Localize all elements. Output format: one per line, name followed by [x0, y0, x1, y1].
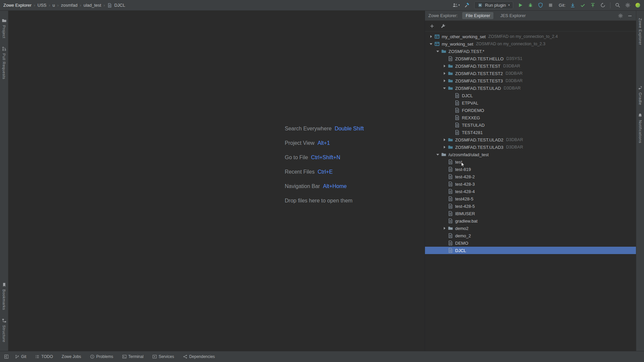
status-item-todo[interactable]: TODO	[35, 354, 53, 359]
plus-icon[interactable]	[429, 23, 435, 29]
run-button[interactable]	[518, 2, 523, 8]
tree-item-zosmfad-test-test[interactable]: ZOSMFAD.TEST.TESTD3DBAR	[425, 62, 636, 70]
hammer-icon	[464, 2, 470, 8]
chevron-down-icon[interactable]	[428, 41, 434, 47]
push-button[interactable]	[590, 2, 596, 8]
tree-item-fordemo[interactable]: FORDEMO	[425, 107, 636, 114]
chevron-down-icon: ▾	[459, 4, 460, 7]
tree-item-test-819[interactable]: test-819	[425, 166, 636, 173]
history-button[interactable]	[600, 2, 606, 8]
chevron-right-icon[interactable]	[442, 226, 447, 231]
tree-item-label: ZOSMFAD.TEST.*	[448, 49, 484, 54]
tab-file-explorer[interactable]: File Explorer	[462, 12, 493, 19]
breadcrumb-item[interactable]: Zowe Explorer	[3, 3, 32, 8]
status-item-zowe-jobs[interactable]: Zowe Jobs	[62, 354, 81, 359]
gear-icon[interactable]	[618, 13, 623, 18]
tree-item-label: ZOSMFAD.TEST.ULAD3	[455, 145, 503, 150]
tree-item-secondary: D3DBAR	[506, 145, 523, 149]
settings-button[interactable]	[625, 2, 631, 8]
tree-item-zosmfad-test-ulad[interactable]: ZOSMFAD.TEST.ULADD3DBAR	[425, 84, 636, 92]
tab-jes-explorer[interactable]: JES Explorer	[497, 12, 529, 19]
shortcut-hint-row: Go to FileCtrl+Shift+N	[285, 150, 364, 165]
tree-item-ibmuser[interactable]: IBMUSER	[425, 210, 636, 217]
hammer-button[interactable]	[464, 2, 470, 8]
tree-item-test-428-5[interactable]: test-428-5	[425, 202, 636, 210]
tool-button-structure[interactable]: Structure	[2, 318, 7, 342]
tree-item-secondary: ZOSMFAD on my_connection_to_2.3	[476, 42, 545, 46]
dependencies-icon	[183, 354, 187, 359]
plugin-icon	[478, 3, 483, 8]
status-item-label: Services	[159, 354, 174, 359]
tree-item-zosmfad-test[interactable]: ZOSMFAD.TEST.*	[425, 48, 636, 55]
chevron-right-icon[interactable]	[442, 78, 447, 83]
chevron-right-icon[interactable]	[442, 71, 447, 76]
tree-item-demo2[interactable]: demo2	[425, 225, 636, 232]
breadcrumb-item[interactable]: u	[53, 3, 55, 8]
tree-item-djcl[interactable]: DJCL	[425, 92, 636, 99]
tree-item-zosmfad-test-test2[interactable]: ZOSMFAD.TEST.TEST2D3DBAR	[425, 70, 636, 77]
tree-item-test428-5[interactable]: test428-5	[425, 195, 636, 202]
stop-button[interactable]	[548, 2, 553, 8]
structure-icon	[2, 318, 7, 323]
tool-button-project[interactable]: Project	[2, 18, 7, 38]
tool-switcher-icon[interactable]	[4, 354, 9, 359]
minimize-icon[interactable]	[627, 13, 633, 18]
tree-item-test-428-2[interactable]: test-428-2	[425, 173, 636, 180]
tree-item-u-zosmfad-ulad-test[interactable]: /u/zosmfad/ulad_test	[425, 151, 636, 158]
tree-item-demo[interactable]: DEMO	[425, 239, 636, 247]
tree-item-demo-2[interactable]: demo_2	[425, 232, 636, 239]
breadcrumb-separator: ›	[80, 3, 81, 8]
chevron-down-icon[interactable]	[435, 49, 440, 54]
tree-item-djcl[interactable]: DJCL	[425, 247, 636, 254]
profile-button[interactable]	[635, 2, 641, 8]
tree-item-zosmfad-test-hello[interactable]: ZOSMFAD.TEST.HELLOD3SYS1	[425, 55, 636, 62]
chevron-right-icon[interactable]	[442, 63, 447, 69]
tree-item-label: TESTULAD	[462, 123, 485, 128]
tool-button-gradle[interactable]: Gradle	[638, 85, 643, 105]
chevron-right-icon[interactable]	[442, 137, 447, 142]
tree-item-zosmfad-test-ulad2[interactable]: ZOSMFAD.TEST.ULAD2D3DBAR	[425, 136, 636, 143]
breadcrumb-item[interactable]: zosmfad	[61, 3, 77, 8]
search-button[interactable]	[615, 2, 621, 8]
tree-item-my-working-set[interactable]: my_working_setZOSMFAD on my_connection_t…	[425, 40, 636, 48]
chevron-right-icon[interactable]	[428, 34, 434, 39]
debug-button[interactable]	[528, 2, 533, 8]
chevron-right-icon[interactable]	[442, 144, 447, 150]
status-item-services[interactable]: Services	[152, 354, 174, 359]
breadcrumb-item[interactable]: DJCL	[114, 3, 125, 8]
tool-button-bookmarks[interactable]: Bookmarks	[2, 282, 7, 310]
tree-item-zosmfad-test-ulad3[interactable]: ZOSMFAD.TEST.ULAD3D3DBAR	[425, 143, 636, 151]
dataset-folder-icon	[448, 85, 453, 91]
status-item-dependencies[interactable]: Dependencies	[183, 354, 215, 359]
tree-item-gradlew-bat[interactable]: gradlew.bat	[425, 217, 636, 225]
run-config-selector[interactable]: Run plugin▾	[474, 1, 513, 9]
status-item-terminal[interactable]: Terminal	[122, 354, 144, 359]
chevron-down-icon[interactable]	[442, 85, 447, 91]
tree-item-rexxeg[interactable]: REXXEG	[425, 114, 636, 121]
wrench-icon[interactable]	[440, 23, 446, 29]
users-button[interactable]: ▾	[452, 2, 460, 8]
run-config-label: Run plugin	[485, 3, 506, 8]
file-tree: my_other_working_setZOSMFAD on my_connec…	[425, 32, 636, 254]
tree-item-my-other-working-set[interactable]: my_other_working_setZOSMFAD on my_connec…	[425, 33, 636, 40]
tree-item-zosmfad-test-test3[interactable]: ZOSMFAD.TEST.TEST3D3DBAR	[425, 77, 636, 84]
tool-button-pull-requests[interactable]: Pull Requests	[2, 46, 7, 79]
tool-button-notifications[interactable]: Notifications	[638, 113, 643, 143]
tree-item-test-428-3[interactable]: test-428-3	[425, 180, 636, 188]
chevron-down-icon[interactable]	[435, 152, 440, 157]
tool-button-zowe-explorer[interactable]: Zowe Explorer	[638, 18, 642, 45]
breadcrumb-item[interactable]: ulad_test	[84, 3, 101, 8]
chevron-spacer	[442, 233, 447, 238]
status-item-problems[interactable]: Problems	[90, 354, 113, 359]
update-project-button[interactable]	[570, 2, 576, 8]
commit-button[interactable]	[580, 2, 586, 8]
tree-item-etpval[interactable]: ETPVAL	[425, 99, 636, 107]
breadcrumb-item[interactable]: USS	[38, 3, 47, 8]
tree-item-test4281[interactable]: TEST4281	[425, 129, 636, 136]
editor-area: Search EverywhereDouble ShiftProject Vie…	[8, 11, 425, 351]
tree-item-test[interactable]: test	[425, 158, 636, 166]
status-item-git[interactable]: Git	[15, 354, 26, 359]
tree-item-testulad[interactable]: TESTULAD	[425, 121, 636, 129]
coverage-button[interactable]	[538, 2, 543, 8]
tree-item-test-428-4[interactable]: test-428-4	[425, 188, 636, 195]
